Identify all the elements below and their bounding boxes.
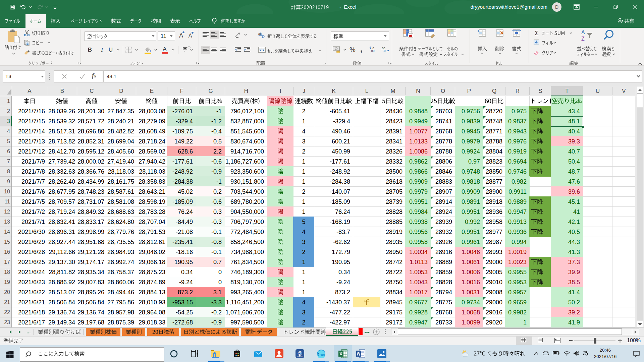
svg-text:ab: ab [258, 32, 262, 36]
svg-text:menu: menu [297, 355, 302, 357]
svg-text:.00: .00 [370, 49, 375, 52]
svg-text:.0: .0 [383, 49, 386, 52]
